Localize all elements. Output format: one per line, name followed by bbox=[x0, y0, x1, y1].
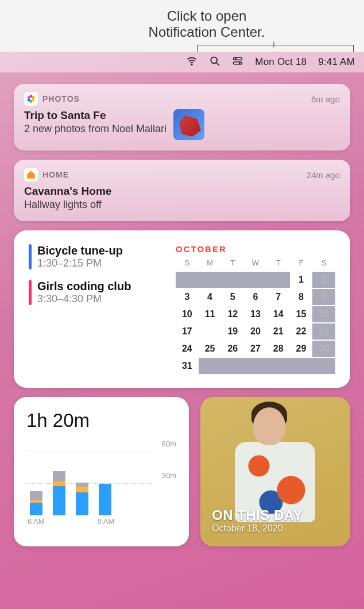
notification-body: 2 new photos from Noel Mallari bbox=[24, 123, 166, 135]
calendar-day[interactable]: 26 bbox=[221, 341, 244, 357]
calendar-dow: T bbox=[267, 259, 290, 271]
calendar-day[interactable]: 5 bbox=[221, 289, 244, 305]
calendar-month-label: OCTOBER bbox=[176, 244, 335, 254]
calendar-grid: SMTWTFS 12345678910111213141516171819202… bbox=[176, 259, 335, 374]
calendar-dow: W bbox=[244, 259, 267, 271]
desktop: Mon Oct 18 9:41 AM PHOTOS 6m ago Trip to… bbox=[0, 52, 364, 609]
calendar-dow: S bbox=[312, 259, 335, 271]
calendar-day[interactable]: 28 bbox=[267, 341, 290, 357]
screen-time-chart: 30m60m6 AM9 AM bbox=[26, 440, 176, 526]
search-icon[interactable] bbox=[209, 55, 220, 70]
calendar-day[interactable]: 25 bbox=[199, 341, 222, 357]
calendar-day bbox=[176, 272, 199, 288]
notification-center: PHOTOS 6m ago Trip to Santa Fe 2 new pho… bbox=[0, 72, 364, 558]
calendar-day[interactable]: 12 bbox=[221, 306, 244, 322]
callout-line1: Click to open bbox=[115, 8, 299, 24]
menu-bar-date[interactable]: Mon Oct 18 bbox=[255, 56, 307, 68]
svg-point-1 bbox=[211, 57, 218, 63]
photos-memory-widget[interactable]: ON THIS DAY October 18, 2020 bbox=[200, 397, 350, 546]
calendar-events: Bicycle tune-up 1:30–2:15 PM Girls codin… bbox=[29, 244, 170, 374]
menu-bar-time[interactable]: 9:41 AM bbox=[318, 56, 355, 68]
notification-thumbnail bbox=[173, 109, 204, 140]
calendar-day bbox=[244, 358, 267, 374]
calendar-day[interactable]: 11 bbox=[199, 306, 222, 322]
calendar-day[interactable]: 20 bbox=[244, 323, 267, 340]
calendar-event[interactable]: Bicycle tune-up 1:30–2:15 PM bbox=[29, 244, 170, 269]
notification-time: 24m ago bbox=[307, 170, 340, 180]
chart-ylabel: 60m bbox=[162, 440, 176, 448]
memory-date: October 18, 2020 bbox=[212, 523, 303, 534]
screen-time-widget[interactable]: 1h 20m 30m60m6 AM9 AM bbox=[14, 397, 189, 546]
calendar-day[interactable]: 17 bbox=[176, 323, 199, 340]
callout-text: Click to open Notification Center. bbox=[115, 8, 299, 40]
calendar-day bbox=[221, 358, 244, 374]
event-time: 1:30–2:15 PM bbox=[37, 257, 123, 269]
calendar-day[interactable]: 10 bbox=[176, 306, 199, 322]
calendar-day[interactable]: 14 bbox=[267, 306, 290, 322]
notification-app-name: HOME bbox=[42, 170, 69, 179]
calendar-day[interactable]: 8 bbox=[290, 289, 313, 305]
home-app-icon bbox=[24, 168, 38, 182]
calendar-day[interactable]: 22 bbox=[290, 323, 313, 340]
calendar-event[interactable]: Girls coding club 3:30–4:30 PM bbox=[29, 280, 170, 305]
calendar-day[interactable]: 24 bbox=[176, 341, 199, 357]
calendar-day[interactable]: 21 bbox=[267, 323, 290, 340]
event-color-bar bbox=[29, 280, 32, 305]
notification-body: Hallway lights off bbox=[24, 199, 340, 211]
calendar-day[interactable]: 29 bbox=[290, 341, 313, 357]
svg-point-11 bbox=[28, 99, 30, 102]
chart-bar bbox=[99, 484, 111, 515]
event-time: 3:30–4:30 PM bbox=[37, 293, 131, 305]
calendar-day[interactable]: 6 bbox=[244, 289, 267, 305]
calendar-day[interactable]: 16 bbox=[312, 306, 335, 322]
svg-point-6 bbox=[239, 62, 241, 64]
calendar-day bbox=[312, 358, 335, 374]
notification-time: 6m ago bbox=[311, 94, 340, 104]
calendar-day[interactable]: 27 bbox=[244, 341, 267, 357]
calendar-dow: S bbox=[176, 259, 199, 271]
calendar-day[interactable]: 23 bbox=[312, 323, 335, 340]
calendar-day[interactable]: 18 bbox=[199, 323, 222, 340]
event-title: Bicycle tune-up bbox=[37, 244, 123, 257]
calendar-day[interactable]: 3 bbox=[176, 289, 199, 305]
calendar-day[interactable]: 1 bbox=[290, 272, 313, 288]
callout-bracket-pointer bbox=[274, 42, 274, 48]
calendar-day bbox=[244, 272, 267, 288]
notification-app-name: PHOTOS bbox=[42, 94, 80, 103]
calendar-day[interactable]: 9 bbox=[312, 289, 335, 305]
calendar-day[interactable]: 15 bbox=[290, 306, 313, 322]
svg-point-8 bbox=[32, 96, 35, 99]
photos-app-icon bbox=[24, 92, 38, 106]
wifi-icon[interactable] bbox=[186, 55, 198, 70]
chart-bar bbox=[30, 491, 42, 515]
calendar-day[interactable]: 2 bbox=[312, 272, 335, 288]
notification-photos[interactable]: PHOTOS 6m ago Trip to Santa Fe 2 new pho… bbox=[14, 84, 350, 151]
calendar-day bbox=[290, 358, 313, 374]
control-center-icon[interactable] bbox=[232, 55, 243, 70]
calendar-day[interactable]: 19 bbox=[221, 323, 244, 340]
svg-rect-5 bbox=[234, 61, 242, 64]
calendar-day[interactable]: 13 bbox=[244, 306, 267, 322]
notification-title: Trip to Santa Fe bbox=[24, 109, 166, 122]
calendar-month-view: OCTOBER SMTWTFS 123456789101112131415161… bbox=[176, 244, 335, 374]
calendar-widget[interactable]: Bicycle tune-up 1:30–2:15 PM Girls codin… bbox=[14, 230, 350, 388]
calendar-day[interactable]: 30 bbox=[312, 341, 335, 357]
chart-bar bbox=[53, 471, 65, 515]
menu-bar: Mon Oct 18 9:41 AM bbox=[0, 52, 364, 72]
callout-line2: Notification Center. bbox=[115, 24, 299, 40]
calendar-day[interactable]: 7 bbox=[267, 289, 290, 305]
calendar-day bbox=[221, 272, 244, 288]
notification-home[interactable]: HOME 24m ago Cavanna's Home Hallway ligh… bbox=[14, 160, 350, 221]
calendar-dow: F bbox=[290, 259, 313, 271]
calendar-day bbox=[199, 358, 222, 374]
calendar-dow: M bbox=[199, 259, 222, 271]
screen-time-total: 1h 20m bbox=[26, 410, 176, 431]
notification-title: Cavanna's Home bbox=[24, 185, 340, 198]
memory-title: ON THIS DAY bbox=[212, 507, 303, 523]
calendar-day[interactable]: 31 bbox=[176, 358, 199, 374]
svg-line-2 bbox=[217, 63, 219, 65]
chart-xlabel: 9 AM bbox=[98, 517, 115, 526]
calendar-day[interactable]: 4 bbox=[199, 289, 222, 305]
callout-bracket bbox=[197, 45, 354, 52]
svg-point-0 bbox=[192, 64, 193, 65]
